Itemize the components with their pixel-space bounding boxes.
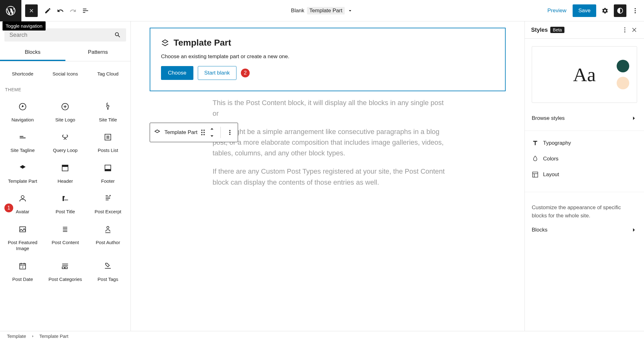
tab-blocks[interactable]: Blocks (0, 45, 65, 61)
post-author-icon (103, 225, 112, 234)
post-tags-icon (103, 262, 112, 271)
block-post-categories[interactable]: Post Categories (44, 254, 87, 285)
post-content-icon (61, 225, 69, 234)
tab-patterns[interactable]: Patterns (65, 45, 131, 61)
block-post-tags[interactable]: Post Tags (86, 254, 129, 285)
layout-button[interactable]: Layout (525, 167, 644, 182)
svg-rect-17 (65, 267, 67, 269)
breadcrumb-root[interactable]: Template (7, 333, 26, 339)
list-view-button[interactable] (79, 4, 92, 17)
search-icon (114, 31, 121, 38)
more-vertical-icon[interactable] (621, 26, 628, 33)
move-up-down[interactable] (208, 126, 215, 139)
placeholder-desc: Choose an existing template part or crea… (161, 53, 494, 60)
top-toolbar: Blank Template Part Preview Save (0, 0, 644, 21)
preview-color-dot-2 (617, 77, 629, 89)
preview-link[interactable]: Preview (544, 5, 570, 16)
block-post-excerpt[interactable]: Post Excerpt (86, 187, 129, 217)
avatar-icon (18, 194, 27, 203)
svg-rect-21 (533, 172, 538, 177)
site-logo-icon (61, 102, 69, 111)
block-post-date[interactable]: 2Post Date (1, 254, 44, 285)
drag-handle-icon[interactable] (201, 130, 205, 135)
block-post-author[interactable]: Post Author (86, 217, 129, 254)
svg-point-5 (107, 108, 109, 109)
search-input[interactable] (9, 32, 114, 38)
template-part-placeholder[interactable]: Template Part Choose an existing templat… (150, 28, 506, 91)
content-p1: This is the Post Content block, it will … (213, 98, 452, 119)
block-post-featured-image[interactable]: Post Featured Image (1, 217, 44, 254)
editor-canvas[interactable]: Template Part Choose an existing templat… (131, 21, 525, 331)
list-view-icon (82, 7, 89, 14)
close-panel-icon[interactable] (631, 26, 638, 33)
block-template-part[interactable]: Template Part (1, 156, 44, 187)
block-avatar[interactable]: Avatar (1, 187, 44, 217)
template-part-icon (18, 164, 27, 172)
post-date-icon: 2 (18, 262, 27, 271)
typography-button[interactable]: Typography (525, 135, 644, 151)
settings-button[interactable] (599, 4, 611, 17)
breadcrumb-current[interactable]: Template Part (39, 333, 69, 339)
block-shortcode[interactable]: Shortcode (1, 64, 44, 80)
drop-icon (532, 155, 539, 162)
content-p3: If there are any Custom Post Types regis… (213, 166, 452, 187)
block-toolbar[interactable]: Template Part (150, 123, 238, 142)
navigation-icon (18, 102, 27, 111)
svg-point-13 (107, 226, 109, 228)
annotation-2: 2 (241, 69, 250, 77)
redo-button[interactable] (67, 4, 79, 17)
toolbar-block-label: Template Part (164, 129, 197, 136)
svg-rect-16 (62, 267, 64, 269)
svg-point-0 (635, 8, 636, 9)
block-post-title[interactable]: Post Title (44, 187, 87, 217)
colors-button[interactable]: Colors (525, 151, 644, 167)
gear-icon (602, 7, 608, 14)
block-social-icons[interactable]: Social Icons (44, 64, 87, 80)
customize-text: Customize the appearance of specific blo… (525, 197, 644, 222)
block-site-tagline[interactable]: Site Tagline (1, 125, 44, 156)
styles-panel: Styles Beta Aa Browse styles Typog (525, 21, 644, 331)
query-loop-icon (61, 133, 69, 142)
template-part-icon (161, 39, 169, 47)
block-navigation[interactable]: Navigation (1, 95, 44, 126)
post-title-icon (61, 194, 69, 203)
svg-point-2 (635, 12, 636, 13)
block-options-button[interactable] (226, 130, 234, 135)
theme-section-label: THEME (1, 80, 129, 95)
block-posts-list[interactable]: Posts List (86, 125, 129, 156)
undo-button[interactable] (54, 4, 67, 17)
posts-list-icon (103, 133, 112, 142)
post-content-preview: This is the Post Content block, it will … (213, 98, 452, 188)
options-button[interactable] (629, 4, 641, 17)
redo-icon (69, 7, 76, 14)
svg-rect-8 (62, 165, 68, 167)
close-icon (29, 8, 34, 14)
svg-point-19 (624, 29, 625, 31)
block-query-loop[interactable]: Query Loop (44, 125, 87, 156)
block-site-title[interactable]: Site Title (86, 95, 129, 126)
close-button[interactable] (25, 4, 38, 17)
start-blank-button[interactable]: Start blank (198, 66, 236, 80)
post-excerpt-icon (103, 194, 112, 203)
styles-title: Styles (531, 27, 548, 33)
wordpress-logo-button[interactable] (0, 0, 21, 21)
block-site-logo[interactable]: Site Logo (44, 95, 87, 126)
styles-button[interactable] (614, 4, 626, 17)
choose-button[interactable]: Choose (161, 66, 193, 80)
style-preview[interactable]: Aa (532, 46, 637, 103)
block-footer[interactable]: Footer (86, 156, 129, 187)
chevron-down-icon (208, 132, 215, 139)
block-post-content[interactable]: Post Content (44, 217, 87, 254)
document-title[interactable]: Blank Template Part (291, 7, 353, 14)
typography-icon (532, 140, 539, 147)
edit-tool-button[interactable] (42, 4, 54, 17)
save-button[interactable]: Save (573, 4, 596, 17)
pencil-icon (44, 7, 51, 14)
browse-styles-button[interactable]: Browse styles (525, 110, 644, 126)
block-tag-cloud[interactable]: Tag Cloud (86, 64, 129, 80)
layout-icon (532, 171, 539, 178)
block-header[interactable]: Header (44, 156, 87, 187)
site-tagline-icon (18, 133, 27, 142)
blocks-link[interactable]: Blocks (525, 222, 644, 238)
breadcrumb: Template Template Part (0, 331, 644, 341)
